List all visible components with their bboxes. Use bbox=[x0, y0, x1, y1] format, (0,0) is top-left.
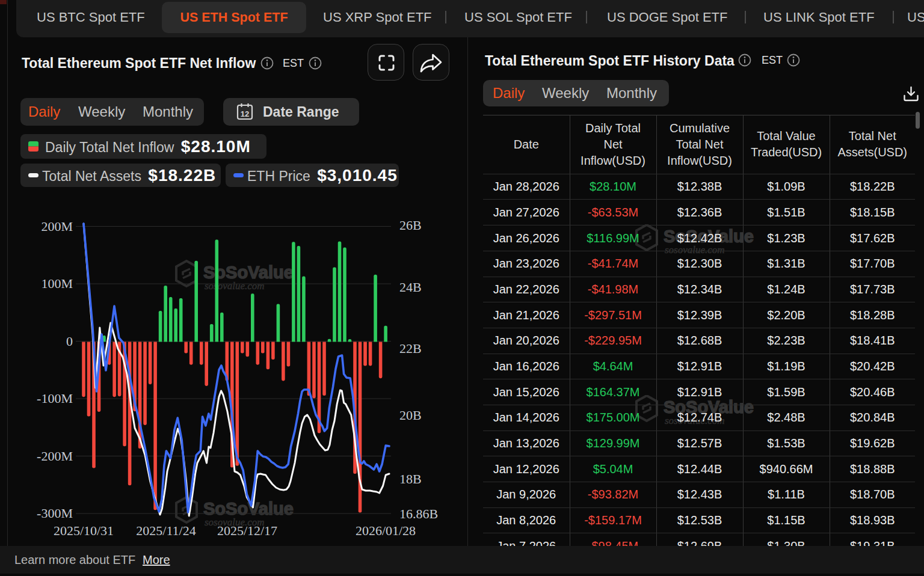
svg-text:2025/12/17: 2025/12/17 bbox=[217, 523, 277, 538]
svg-text:18B: 18B bbox=[399, 471, 422, 486]
svg-text:-300M: -300M bbox=[37, 506, 73, 521]
svg-text:-100M: -100M bbox=[37, 391, 73, 406]
svg-text:-200M: -200M bbox=[37, 449, 73, 464]
svg-text:24B: 24B bbox=[399, 280, 422, 295]
svg-text:0: 0 bbox=[66, 334, 73, 349]
svg-text:100M: 100M bbox=[41, 276, 73, 291]
svg-text:12: 12 bbox=[241, 109, 249, 118]
svg-text:26B: 26B bbox=[399, 218, 422, 233]
svg-text:2025/10/31: 2025/10/31 bbox=[54, 523, 114, 538]
svg-text:20B: 20B bbox=[399, 408, 422, 423]
svg-text:2026/01/28: 2026/01/28 bbox=[356, 523, 416, 538]
svg-text:16.86B: 16.86B bbox=[399, 506, 438, 521]
svg-text:200M: 200M bbox=[41, 219, 73, 234]
svg-text:2025/11/24: 2025/11/24 bbox=[136, 523, 196, 538]
svg-text:22B: 22B bbox=[399, 341, 422, 356]
